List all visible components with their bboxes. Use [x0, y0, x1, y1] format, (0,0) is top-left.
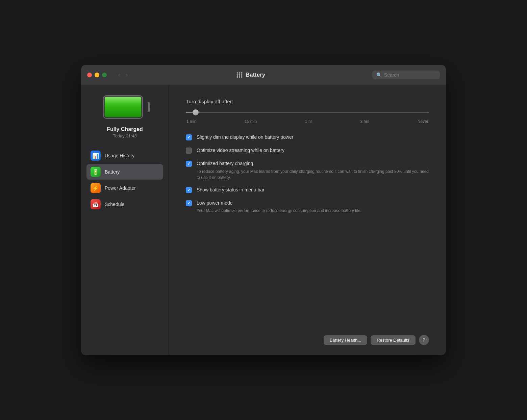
checkbox-charging-box[interactable]: ✓	[186, 161, 192, 167]
help-button[interactable]: ?	[419, 335, 429, 345]
footer-buttons: Battery Health... Restore Defaults ?	[186, 328, 429, 345]
checkmark-lowpower: ✓	[187, 201, 191, 205]
battery-body	[103, 95, 143, 119]
search-input[interactable]	[384, 72, 436, 78]
checkbox-lowpower-box[interactable]: ✓	[186, 200, 192, 206]
option-title-video: Optimize video streaming while on batter…	[197, 147, 429, 154]
sidebar-item-label-schedule: Schedule	[105, 202, 124, 207]
forward-button[interactable]: ›	[124, 70, 130, 80]
main-content: Turn display off after: 1 min 15 min 1 h…	[169, 85, 446, 355]
sidebar-item-label-power: Power Adapter	[105, 185, 136, 191]
battery-icon-wrapper	[103, 95, 147, 119]
slider-thumb[interactable]	[193, 109, 199, 115]
checkbox-low-power[interactable]: ✓	[186, 200, 193, 207]
sidebar-item-schedule[interactable]: 📅 Schedule	[86, 196, 163, 212]
option-title-charging: Optimized battery charging	[197, 160, 429, 167]
options-section: ✓ Slightly dim the display while on batt…	[186, 134, 429, 214]
sidebar-item-battery[interactable]: 🔋 Battery	[86, 164, 163, 180]
titlebar: ‹ › Battery 🔍	[81, 65, 446, 85]
option-dim-display: ✓ Slightly dim the display while on batt…	[186, 134, 429, 141]
option-optimized-charging: ✓ Optimized battery charging To reduce b…	[186, 160, 429, 181]
sidebar: Fully Charged Today 01:48 📊 Usage Histor…	[81, 85, 169, 355]
option-title-dim: Slightly dim the display while on batter…	[197, 134, 429, 141]
slider-track	[186, 112, 429, 113]
usage-history-icon: 📊	[91, 151, 101, 161]
titlebar-center: Battery	[134, 72, 368, 78]
restore-defaults-button[interactable]: Restore Defaults	[371, 335, 416, 345]
option-desc-lowpower: Your Mac will optimize performance to re…	[197, 208, 429, 214]
grid-icon[interactable]	[237, 72, 242, 78]
battery-graphic	[103, 95, 147, 119]
battery-status-label: Fully Charged	[107, 126, 143, 132]
back-button[interactable]: ‹	[116, 70, 122, 80]
slider-track-wrapper	[186, 109, 429, 116]
power-adapter-icon: ⚡	[91, 183, 101, 193]
sidebar-item-label-battery: Battery	[105, 169, 120, 175]
tick-1min: 1 min	[186, 119, 196, 124]
sidebar-item-power-adapter[interactable]: ⚡ Power Adapter	[86, 180, 163, 196]
battery-icon: 🔋	[91, 167, 101, 177]
option-video-streaming: Optimize video streaming while on batter…	[186, 147, 429, 154]
sidebar-item-usage-history[interactable]: 📊 Usage History	[86, 148, 163, 163]
tick-never: Never	[418, 119, 428, 124]
battery-tip	[148, 102, 150, 112]
checkbox-menubar-box[interactable]: ✓	[186, 187, 192, 193]
option-menu-bar: ✓ Show battery status in menu bar	[186, 187, 429, 194]
checkmark-menubar: ✓	[187, 188, 191, 192]
checkbox-optimized-charging[interactable]: ✓	[186, 161, 193, 167]
tick-3hrs: 3 hrs	[360, 119, 369, 124]
checkbox-video-box[interactable]	[186, 148, 192, 154]
option-text-menubar: Show battery status in menu bar	[197, 187, 429, 193]
window-title: Battery	[246, 72, 266, 78]
traffic-lights	[87, 73, 107, 77]
battery-status-time: Today 01:48	[113, 133, 137, 138]
option-text-charging: Optimized battery charging To reduce bat…	[197, 160, 429, 181]
battery-shine	[105, 97, 141, 104]
option-low-power: ✓ Low power mode Your Mac will optimize …	[186, 200, 429, 214]
checkbox-dim-display[interactable]: ✓	[186, 134, 193, 141]
minimize-button[interactable]	[95, 73, 99, 77]
checkbox-dim-display-box[interactable]: ✓	[186, 134, 192, 140]
option-text-lowpower: Low power mode Your Mac will optimize pe…	[197, 200, 429, 214]
schedule-icon: 📅	[91, 199, 101, 209]
content: Fully Charged Today 01:48 📊 Usage Histor…	[81, 85, 446, 355]
nav-buttons: ‹ ›	[116, 70, 130, 80]
system-preferences-window: ‹ › Battery 🔍	[81, 65, 446, 355]
checkbox-menu-bar[interactable]: ✓	[186, 187, 193, 194]
option-text-video: Optimize video streaming while on batter…	[197, 147, 429, 154]
tick-1hr: 1 hr	[305, 119, 312, 124]
option-desc-charging: To reduce battery aging, your Mac learns…	[197, 168, 429, 181]
close-button[interactable]	[87, 73, 92, 77]
slider-tick-labels: 1 min 15 min 1 hr 3 hrs Never	[186, 119, 429, 124]
battery-health-button[interactable]: Battery Health...	[324, 335, 367, 345]
option-text-dim: Slightly dim the display while on batter…	[197, 134, 429, 141]
sidebar-item-label-usage: Usage History	[105, 153, 134, 158]
search-icon: 🔍	[376, 72, 382, 78]
maximize-button[interactable]	[102, 73, 107, 77]
checkbox-video-streaming[interactable]	[186, 148, 193, 154]
checkmark-dim: ✓	[187, 135, 191, 139]
option-title-lowpower: Low power mode	[197, 200, 429, 207]
search-box[interactable]: 🔍	[372, 71, 440, 79]
tick-15min: 15 min	[245, 119, 257, 124]
slider-section: Turn display off after: 1 min 15 min 1 h…	[186, 99, 429, 124]
slider-label: Turn display off after:	[186, 99, 429, 104]
checkmark-charging: ✓	[187, 162, 191, 166]
option-title-menubar: Show battery status in menu bar	[197, 187, 429, 193]
sidebar-nav: 📊 Usage History 🔋 Battery ⚡ Power Adapte…	[86, 148, 163, 212]
